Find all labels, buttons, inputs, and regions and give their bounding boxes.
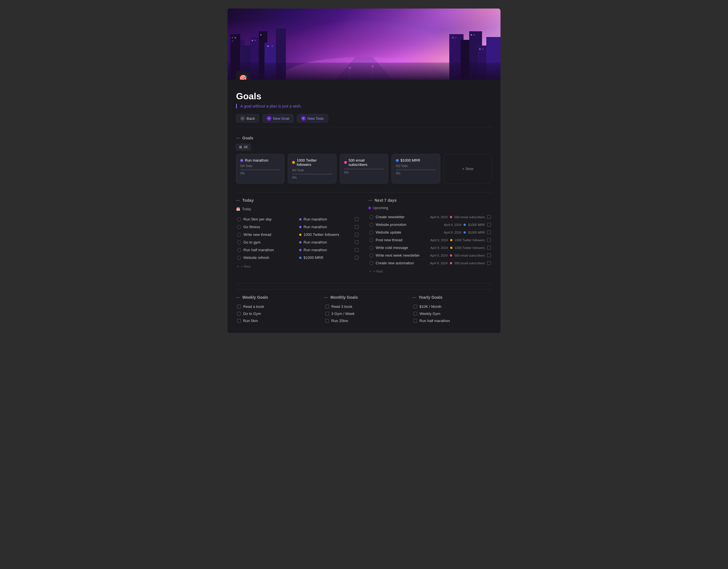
todo-checkbox[interactable]	[237, 312, 241, 316]
upcoming-date: April 9, 2024	[444, 231, 462, 234]
todo-item[interactable]: Run marathon	[298, 239, 360, 246]
todo-checkbox[interactable]	[413, 305, 417, 309]
upcoming-right: April 9, 2024 500 email subscribers	[430, 215, 491, 219]
filter-all-label: All	[244, 145, 247, 149]
todo-checkbox[interactable]	[325, 312, 329, 316]
todo-text: Run marathon	[304, 248, 327, 252]
list-item[interactable]: Read 3 book	[324, 303, 404, 310]
todo-checkbox[interactable]	[325, 305, 329, 309]
todo-checkbox[interactable]	[487, 215, 491, 219]
todo-checkbox[interactable]	[487, 246, 491, 249]
three-col-section: Weekly Goals Read a book Go to Gym Run 5…	[236, 289, 492, 324]
todo-checkbox[interactable]	[355, 248, 359, 252]
todo-item[interactable]: Run half marathon	[236, 246, 298, 253]
todo-item[interactable]: $1000 MRR	[298, 254, 360, 261]
back-button[interactable]: ← Back	[236, 114, 259, 123]
todo-text: Website refresh	[243, 255, 269, 260]
new-goal-button[interactable]: + New Goal	[262, 114, 293, 123]
hero-banner: 🎯	[227, 9, 501, 80]
upcoming-item[interactable]: Create newsletter April 9, 2024 500 emai…	[368, 213, 492, 220]
goal-card-title: 500 email subscribers	[344, 158, 384, 167]
todo-checkbox[interactable]	[355, 240, 359, 244]
yearly-goals-header: Yearly Goals	[412, 295, 492, 300]
list-item[interactable]: Run 25km	[324, 317, 404, 324]
upcoming-item[interactable]: Create new automation April 8, 2024 500 …	[368, 259, 492, 266]
todo-checkbox[interactable]	[487, 253, 491, 257]
upcoming-item[interactable]: Website promotion April 9, 2024 $1000 MR…	[368, 221, 492, 228]
todo-checkbox[interactable]	[413, 312, 417, 316]
goal-card-twitter[interactable]: 1000 Twitter followers 0/3 Todo 0%	[288, 154, 336, 183]
goal-card-title: $1000 MRR	[396, 158, 436, 162]
list-item[interactable]: Weekly Gym	[412, 310, 492, 317]
goal-list-text: Weekly Gym	[419, 312, 440, 316]
todo-item[interactable]: 1000 Twitter followers	[298, 231, 360, 238]
upcoming-text: Create newsletter	[376, 215, 405, 219]
goal-card-email[interactable]: 500 email subscribers 0%	[340, 154, 388, 183]
todo-circle	[237, 217, 241, 221]
page-container: 🎯 Goals A goal without a plan is just a …	[227, 9, 501, 333]
list-item[interactable]: 3 Gym / Week	[324, 310, 404, 317]
new-item-label: + New	[241, 264, 251, 268]
todo-checkbox[interactable]	[413, 319, 417, 323]
new-item-icon: +	[237, 264, 239, 268]
todo-item[interactable]: Run marathon	[298, 246, 360, 253]
todo-checkbox[interactable]	[355, 225, 359, 229]
new-goal-card[interactable]: + New	[444, 154, 492, 183]
todo-text: Run marathon	[304, 225, 327, 229]
todo-item[interactable]: Run marathon	[298, 216, 360, 223]
upcoming-dot	[368, 206, 371, 209]
new-todo-label: New Todo	[307, 116, 324, 121]
todo-checkbox[interactable]	[237, 305, 241, 309]
todo-checkbox[interactable]	[237, 319, 241, 323]
upcoming-item[interactable]: Post new thread April 9, 2024 1000 Twitt…	[368, 236, 492, 243]
todo-checkbox[interactable]	[325, 319, 329, 323]
goal-percent: 0%	[240, 171, 280, 175]
list-item[interactable]: Read a book	[236, 303, 316, 310]
todo-checkbox[interactable]	[487, 238, 491, 242]
upcoming-item[interactable]: Website update April 9, 2024 $1000 MRR	[368, 229, 492, 236]
todo-item[interactable]: Run 5km per day	[236, 216, 298, 223]
upcoming-date: April 9, 2024	[430, 215, 448, 219]
todo-checkbox[interactable]	[355, 217, 359, 221]
goal-dot-purple	[299, 241, 301, 243]
svg-rect-29	[473, 34, 475, 36]
new-item-button[interactable]: + + New	[236, 263, 298, 270]
goal-card-meta: 0/4 Todo	[240, 164, 280, 167]
list-item[interactable]: Run 5km	[236, 317, 316, 324]
new-upcoming-button[interactable]: + + New	[368, 268, 492, 274]
upcoming-goal: 500 email subscribers	[454, 254, 485, 257]
new-goal-card-label: + New	[462, 166, 473, 171]
date-filter: 📅 Today	[236, 206, 360, 212]
todo-text: $1000 MRR	[304, 255, 323, 260]
todo-item[interactable]: Write new thread	[236, 231, 298, 238]
todo-checkbox[interactable]	[487, 230, 491, 234]
todo-item[interactable]: Website refresh	[236, 254, 298, 261]
todo-checkbox[interactable]	[487, 261, 491, 265]
list-item[interactable]: Run half marathon	[412, 317, 492, 324]
goal-list-text: Run half marathon	[419, 319, 450, 323]
goal-dot-orange	[450, 247, 452, 249]
goal-title: 1000 Twitter followers	[297, 158, 332, 167]
goal-card-title: Run marathon	[240, 158, 280, 162]
todo-checkbox[interactable]	[355, 256, 359, 259]
goal-dot-orange	[292, 161, 295, 164]
todo-circle	[237, 233, 241, 237]
list-item[interactable]: Go to Gym	[236, 310, 316, 317]
todo-text: Run marathon	[304, 240, 327, 244]
goal-card-meta: 0/3 Todo	[292, 168, 332, 172]
upcoming-text: Write cold message	[376, 245, 408, 250]
todo-item[interactable]: Go to gym	[236, 239, 298, 246]
upcoming-item[interactable]: Write cold message April 9, 2024 1000 Tw…	[368, 244, 492, 251]
todo-checkbox[interactable]	[355, 233, 359, 236]
todo-item[interactable]: Run marathon	[298, 223, 360, 230]
todo-item[interactable]: Go fitness	[236, 223, 298, 230]
upcoming-item[interactable]: Write next week newsletter April 9, 2024…	[368, 252, 492, 259]
filter-all-button[interactable]: ⊞ All	[236, 144, 251, 150]
todo-checkbox[interactable]	[487, 223, 491, 226]
svg-rect-15	[272, 45, 273, 47]
new-todo-button[interactable]: + New Todo	[297, 114, 328, 123]
date-filter-label: Today	[242, 207, 251, 211]
list-item[interactable]: $10K / Month	[412, 303, 492, 310]
goal-card-run-marathon[interactable]: Run marathon 0/4 Todo 0%	[236, 154, 284, 183]
goal-card-mrr[interactable]: $1000 MRR 0/3 Todo 0%	[392, 154, 440, 183]
